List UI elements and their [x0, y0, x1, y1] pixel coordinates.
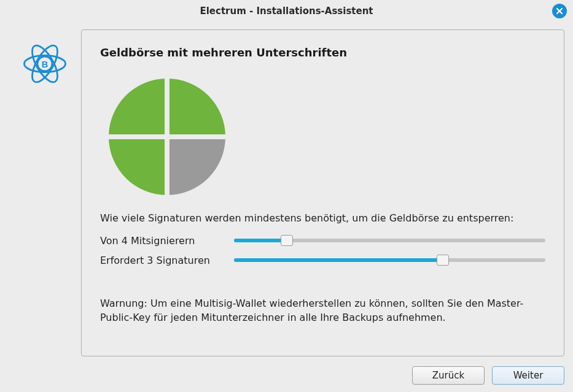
- panel-heading: Geldbörse mit mehreren Unterschriften: [100, 46, 545, 59]
- titlebar: Electrum - Installations-Assistent: [0, 0, 573, 22]
- next-button[interactable]: Weiter: [492, 366, 564, 385]
- close-icon: [556, 7, 563, 15]
- window-title: Electrum - Installations-Assistent: [200, 6, 373, 17]
- svg-text:B: B: [42, 60, 48, 69]
- back-button[interactable]: Zurück: [412, 366, 485, 385]
- slider-fill: [234, 239, 287, 242]
- slider-fill: [234, 258, 443, 262]
- slider-thumb[interactable]: [281, 235, 293, 246]
- content-area: B Geldbörse mit mehreren Unterschriften …: [9, 29, 564, 356]
- signatures-slider[interactable]: [234, 253, 545, 267]
- pie-chart-icon: [106, 76, 228, 198]
- logo-column: B: [9, 29, 81, 356]
- signatures-slider-row: Erfordert 3 Signaturen: [100, 253, 545, 267]
- warning-text: Warnung: Um eine Multisig-Wallet wiederh…: [100, 296, 545, 325]
- button-bar: Zurück Weiter: [412, 366, 564, 385]
- cosigners-slider[interactable]: [234, 234, 545, 247]
- close-button[interactable]: [552, 4, 567, 18]
- prompt-text: Wie viele Signaturen werden mindestens b…: [100, 211, 545, 225]
- slider-thumb[interactable]: [437, 255, 449, 266]
- main-panel: Geldbörse mit mehreren Unterschriften Wi…: [81, 29, 564, 356]
- cosigners-label: Von 4 Mitsignierern: [100, 235, 234, 247]
- electrum-logo-icon: B: [20, 39, 69, 88]
- multisig-pie-chart: [106, 76, 545, 200]
- signatures-label: Erfordert 3 Signaturen: [100, 255, 234, 266]
- cosigners-slider-row: Von 4 Mitsignierern: [100, 234, 545, 247]
